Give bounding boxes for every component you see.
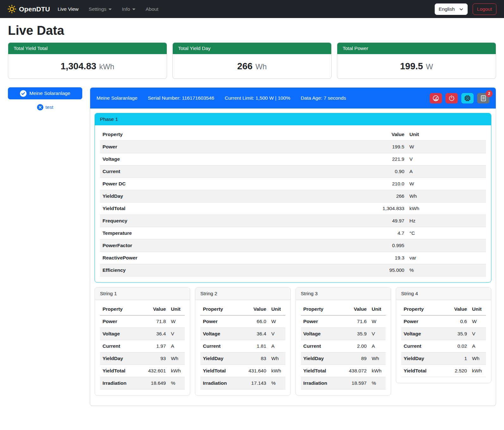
row-value: 71.8 bbox=[138, 315, 168, 328]
check-circle-icon bbox=[20, 90, 27, 97]
table-row: Power 0.6 W bbox=[401, 315, 486, 328]
column-header: Unit bbox=[269, 303, 285, 315]
chevron-down-icon bbox=[459, 7, 464, 11]
inverter-panel-header: Meine Solaranlage Serial Number: 1161716… bbox=[90, 88, 496, 109]
row-unit: V bbox=[269, 328, 285, 340]
table-row: Voltage 35.9 V bbox=[401, 328, 486, 340]
column-header: Value bbox=[239, 303, 269, 315]
row-unit: A bbox=[407, 165, 486, 178]
nav-item-info[interactable]: Info bbox=[122, 4, 135, 15]
event-log-button[interactable]: 2 bbox=[477, 93, 489, 103]
row-property: Efficiency bbox=[100, 264, 353, 277]
row-unit: Wh bbox=[269, 352, 285, 365]
column-header: Property bbox=[100, 128, 353, 141]
nav-item-live-view[interactable]: Live View bbox=[58, 4, 78, 15]
row-unit: °C bbox=[407, 227, 486, 240]
row-unit: Wh bbox=[168, 352, 185, 365]
row-value: 199.5 bbox=[353, 141, 407, 153]
table-row: Voltage 36.4 V bbox=[200, 328, 285, 340]
row-property: Current bbox=[200, 340, 239, 352]
row-value: 83 bbox=[239, 352, 269, 365]
table-row: YieldDay 83 Wh bbox=[200, 352, 285, 365]
summary-card: Total Yield Total 1,304.83kWh bbox=[8, 42, 167, 79]
column-header: Unit bbox=[470, 303, 486, 315]
table-row: Current 1.81 A bbox=[200, 340, 285, 352]
inverter-selected-button[interactable]: Meine Solaranlage bbox=[8, 87, 82, 99]
row-property: Current bbox=[100, 340, 138, 352]
device-info-button[interactable] bbox=[461, 93, 474, 103]
row-property: YieldDay bbox=[301, 352, 339, 365]
table-row: Power 71.8 W bbox=[100, 315, 185, 328]
row-unit: % bbox=[407, 264, 486, 277]
string-card: String 1 PropertyValueUnit Power 71.8 W … bbox=[95, 287, 190, 396]
row-unit: W bbox=[470, 315, 486, 328]
row-property: Voltage bbox=[100, 153, 353, 165]
row-value: 2.520 bbox=[439, 365, 470, 377]
chevron-down-icon bbox=[132, 9, 135, 10]
table-row: Irradiation 18.649 % bbox=[100, 377, 185, 389]
phase-card: Phase 1 PropertyValueUnit Power 199.5 W … bbox=[95, 113, 491, 283]
navbar: OpenDTU Live View Settings Info About En… bbox=[0, 0, 504, 18]
nav-item-settings[interactable]: Settings bbox=[89, 4, 112, 15]
string-card-title: String 2 bbox=[195, 288, 290, 300]
row-property: Power bbox=[301, 315, 339, 328]
table-row: YieldDay 266 Wh bbox=[100, 190, 486, 203]
phase-card-title: Phase 1 bbox=[95, 113, 491, 125]
inverter-selected-label: Meine Solaranlage bbox=[29, 90, 70, 96]
table-row: Power 199.5 W bbox=[100, 141, 486, 153]
table-row: YieldDay 89 Wh bbox=[301, 352, 386, 365]
logout-button[interactable]: Logout bbox=[473, 3, 496, 15]
row-unit: W bbox=[407, 141, 486, 153]
row-unit: kWh bbox=[470, 365, 486, 377]
phase-table-header-row: PropertyValueUnit bbox=[100, 128, 486, 141]
string-table-header-row: PropertyValueUnit bbox=[200, 303, 285, 315]
summary-card-title: Total Yield Day bbox=[173, 43, 331, 54]
row-value: 1.81 bbox=[239, 340, 269, 352]
inverter-panel: Meine Solaranlage Serial Number: 1161716… bbox=[90, 87, 496, 406]
row-unit: kWh bbox=[407, 203, 486, 215]
string-card: String 2 PropertyValueUnit Power 66.0 W … bbox=[195, 287, 290, 396]
phase-table: PropertyValueUnit Power 199.5 W Voltage … bbox=[100, 128, 486, 277]
row-unit: A bbox=[369, 340, 386, 352]
summary-card-unit: W bbox=[426, 62, 433, 71]
table-row: Current 0.90 A bbox=[100, 165, 486, 178]
row-unit: kWh bbox=[369, 365, 386, 377]
row-unit: var bbox=[407, 252, 486, 264]
inverter-panel-body: Phase 1 PropertyValueUnit Power 199.5 W … bbox=[90, 109, 496, 406]
power-toggle-button[interactable] bbox=[445, 93, 458, 103]
inverter-limit: Current Limit: 1,500 W | 100% bbox=[225, 95, 290, 101]
row-unit: kWh bbox=[168, 365, 185, 377]
row-value: 36.4 bbox=[239, 328, 269, 340]
brand[interactable]: OpenDTU bbox=[8, 5, 50, 13]
inverter-item-test[interactable]: test bbox=[8, 104, 82, 110]
column-header: Unit bbox=[369, 303, 386, 315]
inverter-data-age: Data Age: 7 seconds bbox=[301, 95, 346, 101]
row-value: 18.597 bbox=[339, 377, 369, 389]
power-icon bbox=[448, 95, 455, 102]
language-select[interactable]: English bbox=[435, 3, 468, 15]
row-value: 0.02 bbox=[439, 340, 470, 352]
row-unit: kWh bbox=[269, 365, 285, 377]
summary-card: Total Yield Day 266Wh bbox=[172, 42, 332, 79]
row-property: Voltage bbox=[401, 328, 439, 340]
nav-item-about[interactable]: About bbox=[146, 4, 159, 15]
limit-settings-button[interactable] bbox=[430, 93, 442, 103]
row-property: Current bbox=[401, 340, 439, 352]
row-value: 93 bbox=[138, 352, 168, 365]
row-unit: % bbox=[168, 377, 185, 389]
table-row: Current 0.02 A bbox=[401, 340, 486, 352]
string-table-header-row: PropertyValueUnit bbox=[401, 303, 486, 315]
table-row: Power 71.6 W bbox=[301, 315, 386, 328]
row-value: 36.4 bbox=[138, 328, 168, 340]
row-value: 266 bbox=[353, 190, 407, 203]
strings-row: String 1 PropertyValueUnit Power 71.8 W … bbox=[95, 287, 491, 396]
column-header: Property bbox=[301, 303, 339, 315]
column-header: Property bbox=[200, 303, 239, 315]
string-table-header-row: PropertyValueUnit bbox=[301, 303, 386, 315]
column-header: Value bbox=[439, 303, 470, 315]
row-unit: % bbox=[269, 377, 285, 389]
table-row: YieldTotal 432.601 kWh bbox=[100, 365, 185, 377]
row-value: 0.995 bbox=[353, 240, 407, 252]
row-property: YieldTotal bbox=[200, 365, 239, 377]
summary-card-value: 1,304.83 bbox=[61, 61, 96, 71]
